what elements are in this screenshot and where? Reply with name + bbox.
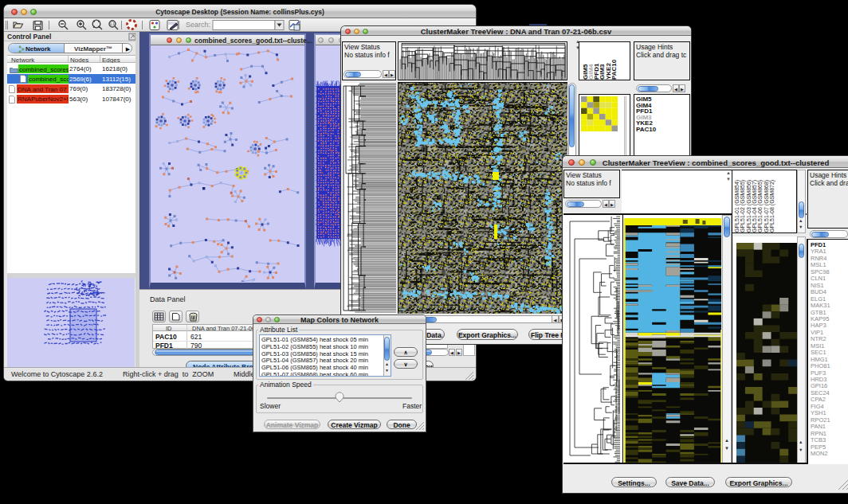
svg-text:Search:: Search: [186,21,210,29]
svg-text:GPL51-08 (GSM872): GPL51-08 (GSM872) [769,180,775,232]
svg-text:PAC10: PAC10 [610,59,618,80]
svg-text:1:1: 1:1 [110,22,116,26]
